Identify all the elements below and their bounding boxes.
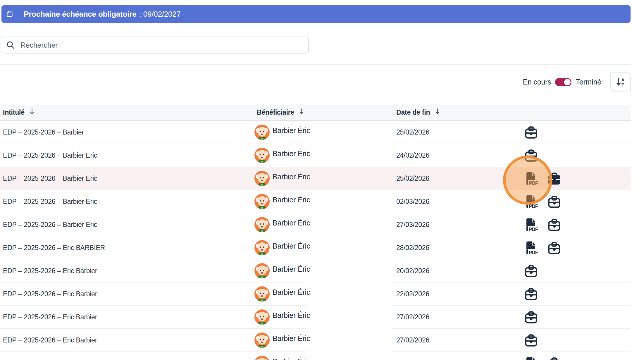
- row-date-fin: 27/03/2026: [396, 221, 429, 229]
- search-input[interactable]: [20, 41, 304, 50]
- table-row[interactable]: EDP – 2025-2026 – Barbier Eric Barbier É…: [0, 167, 631, 190]
- briefcase-icon[interactable]: [547, 195, 561, 209]
- column-header-date-de-fin[interactable]: Date de fin: [392, 108, 631, 117]
- row-actions: [524, 283, 538, 306]
- svg-text:PDF: PDF: [529, 204, 538, 209]
- row-actions: [524, 144, 538, 167]
- table-row[interactable]: EDP – 2025-2026 – Eric Barbier Barbier É…: [0, 259, 631, 283]
- row-beneficiaire: Barbier Éric: [273, 288, 310, 297]
- toggle-knob: [564, 79, 571, 85]
- avatar: [254, 263, 270, 278]
- row-spacer: [306, 352, 392, 360]
- row-intitule: EDP – 2025-2026 – Eric Barbier: [3, 267, 97, 275]
- briefcase-icon[interactable]: [547, 218, 561, 232]
- sort-desc-icon[interactable]: [299, 108, 304, 117]
- deadline-text: Prochaine échéance obligatoire: 09/02/20…: [24, 10, 181, 19]
- column-label: Date de fin: [396, 108, 430, 116]
- avatar: [254, 217, 270, 232]
- table-row[interactable]: EDP – 2025-2026 – Eric Barbier Barbier É…: [0, 329, 631, 352]
- status-filter-bar: En cours Terminé A Z: [523, 73, 631, 92]
- status-toggle[interactable]: [555, 78, 571, 86]
- row-actions: PDF: [524, 213, 561, 236]
- column-header-beneficiaire[interactable]: Bénéficiaire: [254, 108, 392, 117]
- svg-text:Z: Z: [621, 82, 624, 87]
- row-actions: [524, 306, 538, 329]
- svg-text:A: A: [621, 77, 624, 82]
- row-beneficiaire: Barbier Éric: [273, 219, 310, 227]
- avatar: [254, 286, 270, 302]
- file-pdf-icon[interactable]: PDF: [524, 356, 538, 360]
- row-date-fin: 24/02/2026: [396, 151, 429, 159]
- table-row[interactable]: EDP – 2025-2026 – Eric BARBIER Barbier É…: [0, 236, 631, 259]
- avatar: [254, 194, 270, 209]
- toggle-label-termine: Terminé: [576, 78, 601, 86]
- table-row[interactable]: EDP – 2025-2026 – Eric Barbier Barbier É…: [0, 283, 631, 306]
- row-spacer: [306, 283, 392, 306]
- row-spacer: [306, 190, 392, 213]
- row-date-fin: 22/02/2026: [396, 290, 429, 298]
- row-date-fin: 02/03/2026: [396, 198, 429, 206]
- row-beneficiaire: Barbier Éric: [273, 311, 310, 320]
- briefcase-icon[interactable]: [524, 125, 538, 139]
- row-actions: [524, 121, 538, 144]
- file-pdf-icon[interactable]: PDF: [524, 172, 538, 186]
- table-row[interactable]: EDP – 2025-2026 – Eric Barbier Barbier É…: [0, 306, 631, 329]
- row-spacer: [306, 259, 392, 283]
- briefcase-icon[interactable]: [547, 356, 561, 360]
- row-actions: PDF: [524, 352, 561, 360]
- sort-desc-icon[interactable]: [30, 108, 34, 117]
- row-intitule: EDP – 2025-2026 – Barbier Eric: [3, 198, 97, 206]
- briefcase-icon[interactable]: [524, 149, 538, 163]
- row-actions: [524, 259, 538, 283]
- row-intitule: EDP – 2025-2026 – Eric Barbier: [3, 313, 97, 321]
- table-header: Intitulé Bénéficiaire Date de fin: [0, 105, 631, 121]
- deadline-banner: Prochaine échéance obligatoire: 09/02/20…: [1, 5, 631, 23]
- avatar: [254, 148, 270, 163]
- row-spacer: [306, 306, 392, 329]
- file-pdf-icon[interactable]: PDF: [524, 241, 538, 255]
- row-spacer: [306, 144, 392, 167]
- sort-desc-icon[interactable]: [435, 108, 440, 117]
- row-beneficiaire: Barbier Éric: [273, 242, 310, 250]
- row-beneficiaire: Barbier Éric: [273, 149, 310, 158]
- table-row[interactable]: EDP – 2025-2026 – Barbier Eric Barbier É…: [0, 213, 631, 236]
- briefcase-icon[interactable]: [547, 241, 561, 255]
- row-beneficiaire: Barbier Éric: [273, 173, 310, 181]
- row-intitule: EDP – 2025-2026 – Barbier Eric: [3, 175, 97, 182]
- arrow-down-a-z-icon: A Z: [616, 77, 626, 87]
- column-header-intitule[interactable]: Intitulé: [0, 108, 254, 117]
- row-actions: PDF: [524, 236, 561, 259]
- sort-button[interactable]: A Z: [610, 72, 631, 92]
- briefcase-icon[interactable]: [524, 287, 538, 301]
- row-intitule: EDP – 2025-2026 – Barbier: [3, 128, 84, 136]
- deadline-label: Prochaine échéance obligatoire: [24, 10, 137, 18]
- briefcase-icon[interactable]: [524, 264, 538, 278]
- avatar: [254, 125, 270, 140]
- row-beneficiaire: Barbier Éric: [273, 357, 310, 360]
- row-beneficiaire: Barbier Éric: [273, 334, 310, 343]
- row-spacer: [306, 121, 392, 144]
- briefcase-solid-icon[interactable]: [547, 172, 561, 186]
- search-bar: [1, 37, 309, 54]
- row-intitule: EDP – 2025-2026 – Eric Barbier: [3, 290, 97, 298]
- table-row[interactable]: EDP – 2025-2026 – Barbier Eric Barbier É…: [0, 144, 631, 167]
- row-beneficiaire: Barbier Éric: [273, 126, 310, 135]
- row-date-fin: 25/02/2026: [396, 128, 429, 136]
- briefcase-icon[interactable]: [524, 310, 538, 324]
- deadline-date: : 09/02/2027: [139, 10, 181, 18]
- avatar: [254, 309, 270, 325]
- column-label: Intitulé: [3, 108, 25, 116]
- file-pdf-icon[interactable]: PDF: [524, 218, 538, 232]
- avatar: [254, 333, 270, 348]
- table-row[interactable]: EDP – 2025-2026 – Barbier Barbier Éric 2…: [0, 121, 631, 144]
- row-beneficiaire: Barbier Éric: [273, 265, 310, 273]
- file-pdf-icon[interactable]: PDF: [524, 195, 538, 209]
- table-row[interactable]: EDP – 2025-2026 – Barbier Eric Barbier É…: [0, 190, 631, 213]
- calendar-icon: [6, 11, 13, 18]
- briefcase-icon[interactable]: [524, 333, 538, 347]
- table-row[interactable]: Barbier Éric PDF: [0, 352, 631, 360]
- avatar: [254, 240, 270, 255]
- row-spacer: [306, 167, 392, 190]
- search-icon: [6, 40, 15, 50]
- row-date-fin: 27/02/2026: [396, 336, 429, 344]
